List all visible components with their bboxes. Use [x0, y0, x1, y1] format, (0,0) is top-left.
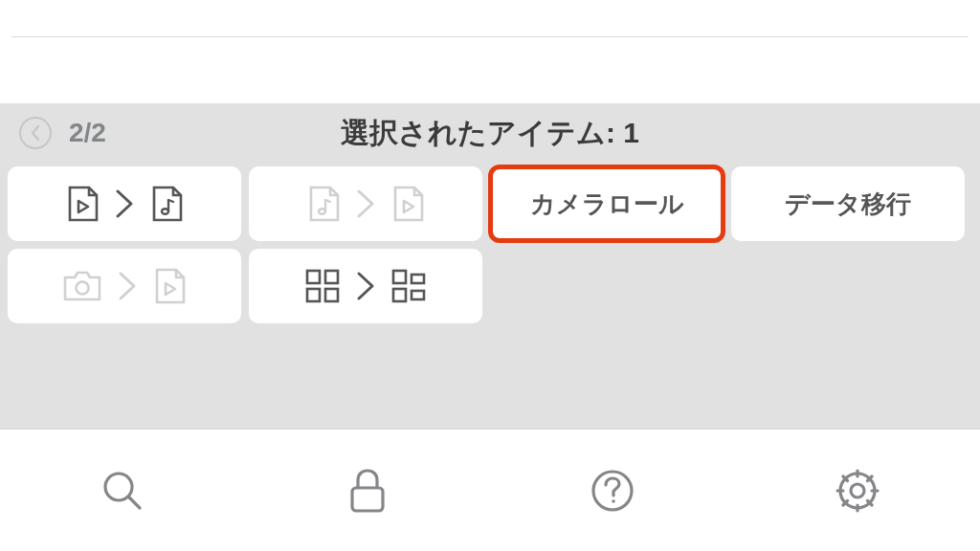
back-button[interactable] — [19, 117, 52, 149]
page-indicator: 2/2 — [69, 118, 106, 148]
svg-point-15 — [851, 484, 864, 497]
chevron-right-icon — [355, 270, 376, 302]
content-panel: 2/2 選択されたアイテム: 1 — [0, 103, 980, 429]
svg-rect-9 — [393, 289, 406, 301]
lock-icon — [346, 467, 389, 515]
video-file-icon — [390, 184, 426, 224]
video-file-icon — [64, 184, 100, 224]
video-file-icon — [151, 266, 188, 306]
svg-rect-6 — [325, 289, 338, 301]
selected-items-title: 選択されたアイテム: 1 — [341, 114, 639, 153]
camera-roll-button[interactable]: カメラロール — [490, 166, 724, 241]
svg-rect-12 — [352, 488, 383, 511]
svg-rect-10 — [412, 291, 424, 299]
chevron-left-icon — [29, 124, 42, 142]
camera-roll-label: カメラロール — [530, 187, 684, 221]
grid-2x2-icon — [303, 267, 342, 305]
svg-point-1 — [319, 209, 325, 214]
data-transfer-label: データ移行 — [785, 187, 911, 221]
svg-point-2 — [77, 282, 89, 295]
settings-tab[interactable] — [831, 464, 884, 518]
grid-layout-button[interactable] — [249, 249, 482, 323]
music-file-icon — [305, 184, 342, 224]
svg-rect-4 — [325, 271, 338, 283]
search-tab[interactable] — [96, 464, 149, 518]
svg-point-16 — [840, 474, 875, 508]
bottom-tab-bar — [0, 429, 980, 551]
music-file-icon — [148, 184, 185, 224]
chevron-right-icon — [114, 187, 135, 220]
buttons-grid: カメラロール データ移行 — [0, 166, 980, 323]
svg-rect-3 — [307, 271, 320, 283]
svg-rect-5 — [307, 289, 320, 301]
video-to-music-button[interactable] — [8, 166, 241, 241]
svg-point-14 — [612, 499, 615, 503]
music-to-video-button[interactable] — [249, 166, 482, 241]
top-divider — [11, 36, 969, 37]
svg-rect-7 — [393, 271, 406, 283]
data-transfer-button[interactable]: データ移行 — [731, 166, 965, 241]
svg-point-0 — [162, 209, 168, 214]
header-row: 2/2 選択されたアイテム: 1 — [0, 103, 980, 166]
camera-to-video-button[interactable] — [8, 249, 241, 323]
svg-rect-8 — [412, 275, 424, 283]
grid-stack-icon — [390, 267, 428, 305]
camera-file-icon — [61, 268, 103, 304]
svg-point-11 — [105, 474, 132, 500]
gear-icon — [834, 467, 881, 515]
chevron-right-icon — [355, 187, 376, 220]
search-icon — [100, 468, 145, 514]
chevron-right-icon — [117, 270, 138, 302]
lock-tab[interactable] — [341, 464, 394, 518]
help-tab[interactable] — [586, 464, 639, 518]
help-icon — [590, 468, 635, 514]
